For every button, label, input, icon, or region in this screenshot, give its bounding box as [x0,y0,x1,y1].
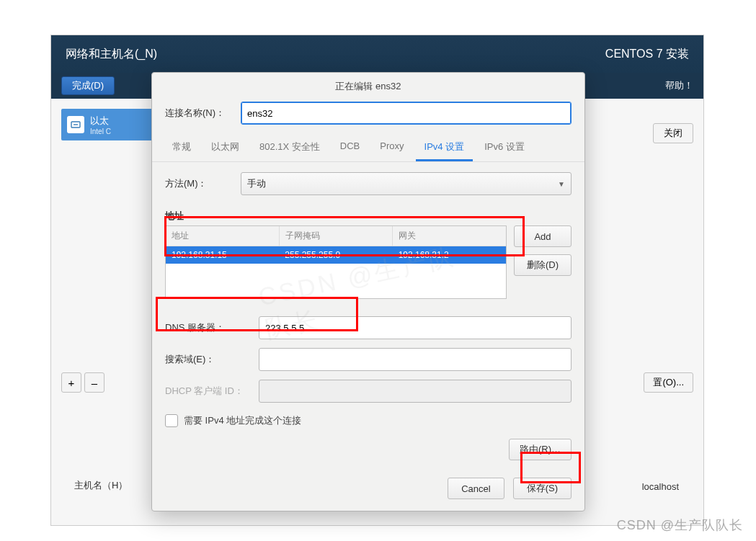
table-row[interactable]: 192.168.31.15 255.255.255.0 192.168.31.2 [166,246,506,264]
window-titlebar: 网络和主机名(_N) CENTOS 7 安装 [51,35,703,73]
hostname-value: localhost [642,481,679,492]
tab-ethernet[interactable]: 以太网 [203,135,248,161]
dhcp-client-id-input [259,380,572,403]
tab-ipv6[interactable]: IPv6 设置 [476,135,533,161]
tab-8021x[interactable]: 802.1X 安全性 [251,135,329,161]
hostname-label: 主机名（H） [74,479,128,492]
dhcp-client-id-label: DHCP 客户端 ID： [165,385,252,398]
address-heading: 地址 [152,200,584,225]
device-name: 以太 [90,115,109,126]
require-ipv4-label: 需要 IPv4 地址完成这个连接 [184,414,301,427]
footer-watermark: CSDN @生产队队长 [617,517,743,534]
close-button[interactable]: 关闭 [653,123,693,143]
cancel-button[interactable]: Cancel [448,478,504,499]
method-value: 手动 [247,177,266,190]
cell-gateway: 192.168.31.2 [393,246,506,264]
ethernet-icon [67,116,84,133]
cell-netmask: 255.255.255.0 [279,246,392,264]
save-button[interactable]: 保存(S) [513,478,572,499]
table-blank-area [166,264,506,298]
search-domain-label: 搜索域(E)： [165,353,252,366]
connection-name-label: 连接名称(N)： [165,107,234,120]
tab-bar: 常规 以太网 802.1X 安全性 DCB Proxy IPv4 设置 IPv6… [152,129,584,162]
require-ipv4-checkbox[interactable] [165,414,178,427]
dialog-title: 正在编辑 ens32 [152,73,584,97]
product-label: CENTOS 7 安装 [605,47,689,62]
tab-general[interactable]: 常规 [164,135,200,161]
network-device-text: 以太 Intel C [90,115,111,135]
chevron-down-icon: ▼ [558,180,565,188]
col-address: 地址 [166,226,280,246]
search-domain-input[interactable] [259,348,572,371]
address-table[interactable]: 地址 子网掩码 网关 192.168.31.15 255.255.255.0 1… [165,225,507,299]
routes-button[interactable]: 路由(R)… [509,439,572,460]
device-vendor: Intel C [90,128,111,135]
help-link[interactable]: 帮助！ [665,79,693,92]
tab-ipv4[interactable]: IPv4 设置 [416,135,473,161]
configure-button[interactable]: 置(O)... [644,372,693,393]
table-header: 地址 子网掩码 网关 [166,226,506,246]
done-button[interactable]: 完成(D) [61,76,115,95]
dns-input[interactable] [259,316,572,339]
connection-name-input[interactable] [241,102,572,125]
add-device-button[interactable]: + [61,372,81,393]
edit-connection-dialog: 正在编辑 ens32 连接名称(N)： 常规 以太网 802.1X 安全性 DC… [151,72,585,511]
remove-device-button[interactable]: – [84,372,104,393]
add-address-button[interactable]: Add [514,225,572,247]
col-netmask: 子网掩码 [280,226,393,246]
delete-address-button[interactable]: 删除(D) [514,254,572,276]
method-label: 方法(M)： [165,177,234,190]
cell-address: 192.168.31.15 [166,246,279,264]
dns-label: DNS 服务器： [165,321,252,334]
page-title: 网络和主机名(_N) [66,47,157,62]
tab-dcb[interactable]: DCB [332,135,368,161]
method-select[interactable]: 手动 ▼ [241,172,572,195]
tab-proxy[interactable]: Proxy [371,135,412,161]
col-gateway: 网关 [393,226,506,246]
